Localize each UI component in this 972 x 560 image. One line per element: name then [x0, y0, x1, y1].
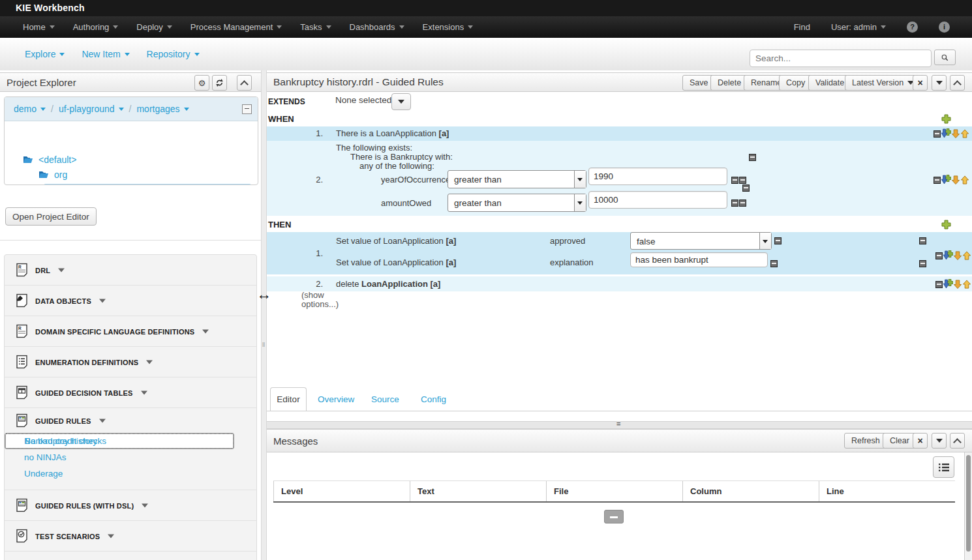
collapse-tree-icon[interactable]: [242, 104, 252, 114]
condition-value-input[interactable]: [588, 168, 727, 185]
clear-messages-button[interactable]: Clear: [883, 433, 917, 449]
section-guided-rules-with-dsl[interactable]: GUIDED RULES (WITH DSL): [5, 490, 256, 521]
nav-find[interactable]: Find: [794, 22, 810, 32]
info-icon[interactable]: i: [939, 22, 950, 33]
section-guided-rules[interactable]: GUIDED RULES: [5, 408, 256, 433]
move-down-button[interactable]: [953, 251, 962, 263]
section-enumeration-definitions[interactable]: ENUMERATION DEFINITIONS: [5, 347, 256, 377]
condition-value-input[interactable]: [588, 191, 727, 209]
guided-rule-item-underage[interactable]: Underage: [5, 465, 256, 482]
explorer-settings-button[interactable]: ⚙: [194, 75, 209, 91]
remove-exists-button[interactable]: [749, 154, 756, 161]
add-action-below-button[interactable]: [943, 250, 953, 263]
remove-action-row-button[interactable]: [935, 252, 943, 259]
search-button[interactable]: [934, 50, 956, 65]
operator-select[interactable]: greater than: [448, 194, 586, 212]
add-pattern-below-button[interactable]: [941, 175, 951, 187]
guided-rule-item-no-ninjas[interactable]: no NINJAs: [5, 449, 256, 465]
version-dropdown-button[interactable]: Latest Version: [845, 75, 921, 91]
remove-action-button[interactable]: [919, 260, 926, 267]
action-value-select[interactable]: false: [630, 232, 772, 250]
tab-config[interactable]: Config: [421, 387, 446, 411]
messages-scrollbar[interactable]: [964, 452, 972, 560]
add-condition-button[interactable]: [941, 114, 951, 126]
section-drl[interactable]: R DRL: [5, 255, 256, 286]
remove-action-button[interactable]: [919, 237, 926, 244]
help-icon[interactable]: ?: [907, 22, 918, 33]
operator-select[interactable]: greater than: [448, 170, 586, 188]
add-pattern-below-button[interactable]: [941, 128, 951, 141]
remove-condition-button[interactable]: [739, 199, 746, 207]
remove-field-button[interactable]: [774, 237, 782, 244]
remove-condition-button[interactable]: [739, 177, 746, 184]
add-action-button[interactable]: [941, 220, 951, 232]
explorer-refresh-button[interactable]: [212, 75, 227, 91]
extends-dropdown-button[interactable]: [391, 93, 411, 110]
tree-item-org[interactable]: org: [38, 168, 67, 182]
dock-messages-button[interactable]: [932, 433, 947, 449]
tab-overview[interactable]: Overview: [318, 387, 354, 411]
remove-condition-button[interactable]: [731, 199, 738, 207]
action-value-input[interactable]: [630, 252, 768, 267]
menu-explore[interactable]: Explore: [25, 49, 65, 59]
search-input[interactable]: [750, 50, 932, 67]
section-test-scenarios[interactable]: TEST SCENARIOS: [5, 521, 256, 552]
column-header-text[interactable]: Text: [410, 481, 546, 501]
column-header-level[interactable]: Level: [273, 481, 410, 501]
section-guided-decision-tables[interactable]: GUIDED DECISION TABLES: [5, 377, 256, 408]
remove-pattern-button[interactable]: [934, 177, 941, 184]
move-up-button[interactable]: [962, 280, 971, 291]
menu-repository[interactable]: Repository: [147, 49, 200, 59]
remove-pattern-button[interactable]: [934, 130, 941, 138]
move-down-button[interactable]: [953, 280, 962, 291]
refresh-messages-button[interactable]: Refresh: [844, 433, 887, 449]
panel-splitter-horizontal[interactable]: [267, 421, 972, 429]
close-messages-button[interactable]: ×: [913, 433, 928, 449]
move-down-button[interactable]: [951, 129, 960, 141]
tree-item-default[interactable]: <default>: [23, 153, 76, 167]
section-data-objects[interactable]: DATA OBJECTS: [5, 286, 256, 316]
close-editor-button[interactable]: ×: [913, 75, 928, 91]
collapse-messages-button[interactable]: [950, 433, 965, 449]
nav-deploy[interactable]: Deploy: [136, 22, 172, 32]
nav-process-management[interactable]: Process Management: [190, 22, 282, 32]
show-options-link[interactable]: (show options...): [301, 291, 343, 309]
nav-home[interactable]: Home: [23, 22, 55, 32]
move-down-button[interactable]: [951, 175, 960, 187]
column-header-line[interactable]: Line: [819, 481, 955, 501]
copy-button[interactable]: Copy: [779, 75, 812, 91]
tab-editor[interactable]: Editor: [270, 387, 307, 411]
remove-condition-button[interactable]: [731, 177, 738, 184]
nav-authoring[interactable]: Authoring: [73, 22, 119, 32]
nav-dashboards[interactable]: Dashboards: [350, 22, 404, 32]
section-dsl-definitions[interactable]: R DOMAIN SPECIFIC LANGUAGE DEFINITIONS: [5, 316, 256, 347]
remove-field-button[interactable]: [770, 260, 778, 267]
messages-list-view-button[interactable]: [933, 456, 954, 478]
delete-button[interactable]: Delete: [710, 75, 748, 91]
explorer-collapse-button[interactable]: [237, 75, 252, 91]
dock-editor-button[interactable]: [932, 75, 947, 91]
remove-condition-button[interactable]: [742, 184, 750, 192]
column-header-file[interactable]: File: [546, 481, 682, 501]
tree-item-mortgages[interactable]: mortgages: [53, 184, 112, 185]
menu-new-item[interactable]: New Item: [82, 49, 129, 59]
breadcrumb-repository[interactable]: uf-playground: [59, 104, 124, 114]
move-up-button[interactable]: [962, 251, 971, 263]
column-header-column[interactable]: Column: [682, 481, 819, 501]
scrollbar-thumb[interactable]: [966, 455, 971, 552]
nav-tasks[interactable]: Tasks: [300, 22, 331, 32]
nav-extensions[interactable]: Extensions: [423, 22, 474, 32]
guided-rule-item-no-bad-credit-checks[interactable]: No bad credit checks: [5, 433, 256, 449]
add-action-below-button[interactable]: [943, 279, 953, 291]
breadcrumb-project[interactable]: mortgages: [136, 104, 189, 114]
nav-user-menu[interactable]: User: admin: [831, 22, 886, 32]
collapse-editor-button[interactable]: [950, 75, 965, 91]
tab-source[interactable]: Source: [371, 387, 399, 411]
breadcrumb-org-unit[interactable]: demo: [14, 104, 46, 114]
move-up-button[interactable]: [960, 175, 969, 187]
open-project-editor-button[interactable]: Open Project Editor: [5, 207, 97, 226]
remove-action-row-button[interactable]: [935, 281, 943, 288]
move-up-button[interactable]: [960, 129, 969, 141]
pager-handle-button[interactable]: [604, 510, 624, 523]
panel-splitter-vertical[interactable]: [261, 70, 267, 560]
